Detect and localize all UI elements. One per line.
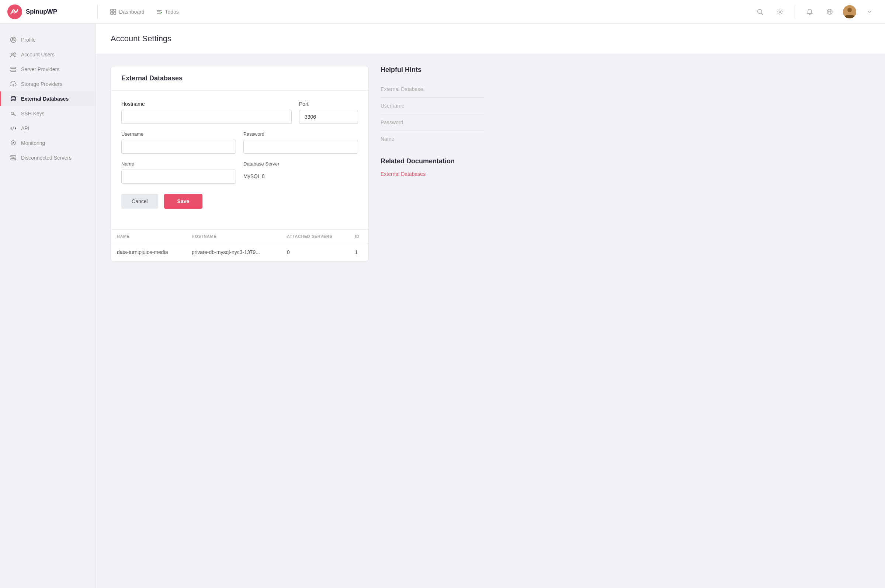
username-input[interactable] xyxy=(122,140,236,154)
db-server-value: MySQL 8 xyxy=(243,170,358,181)
user-circle-icon xyxy=(10,36,16,43)
sidebar-item-disconnected-servers[interactable]: Disconnected Servers xyxy=(0,150,96,165)
sidebar-label-api: API xyxy=(21,125,30,131)
logo-area: SpinupWP xyxy=(0,4,96,19)
db-server-group: Database Server MySQL 8 xyxy=(243,161,358,184)
svg-rect-3 xyxy=(111,12,113,14)
sidebar-item-server-providers[interactable]: Server Providers xyxy=(0,62,96,76)
password-group: Password xyxy=(243,131,358,154)
col-name: NAME xyxy=(111,230,186,243)
sidebar-item-storage-providers[interactable]: Storage Providers xyxy=(0,76,96,92)
nav-divider-left xyxy=(98,4,98,19)
port-input[interactable] xyxy=(299,110,358,124)
col-hostname: HOSTNAME xyxy=(186,230,281,243)
sidebar-item-external-databases[interactable]: External Databases xyxy=(0,92,96,106)
logo-icon xyxy=(8,4,22,19)
page-header: Account Settings xyxy=(96,24,885,54)
related-title: Related Documentation xyxy=(381,158,484,165)
hints-title: Helpful Hints xyxy=(381,66,484,74)
database-icon xyxy=(10,96,16,102)
form-actions: Cancel Save xyxy=(122,194,358,208)
nav-dashboard[interactable]: Dashboard xyxy=(110,9,144,15)
svg-line-26 xyxy=(11,155,16,160)
server-off-icon xyxy=(10,154,16,161)
sidebar-label-storage-providers: Storage Providers xyxy=(21,81,62,87)
svg-rect-4 xyxy=(114,12,116,14)
monitor-icon xyxy=(10,140,16,146)
table-divider: NAME HOSTNAME ATTACHED SERVERS ID data-t… xyxy=(111,229,368,261)
globe-button[interactable] xyxy=(823,5,836,18)
table-body: data-turnipjuice-media private-db-mysql-… xyxy=(111,243,368,261)
cell-id: 1 xyxy=(349,243,368,261)
users-icon xyxy=(10,51,16,58)
logo-text: SpinupWP xyxy=(26,8,57,15)
hints-panel: Helpful Hints External DatabaseUsernameP… xyxy=(381,66,484,177)
hostname-input[interactable] xyxy=(122,110,292,124)
svg-rect-2 xyxy=(114,9,116,11)
notifications-button[interactable] xyxy=(803,5,816,18)
sidebar-label-profile: Profile xyxy=(21,37,36,43)
settings-button[interactable] xyxy=(773,5,786,18)
related-links: External Databases xyxy=(381,171,484,177)
svg-point-7 xyxy=(779,11,781,12)
name-dbserver-row: Name Database Server MySQL 8 xyxy=(122,161,358,184)
nav-divider-mid xyxy=(795,4,795,19)
card-title: External Databases xyxy=(122,75,358,82)
sidebar: Profile Account Users Server Providers S… xyxy=(0,24,96,588)
external-databases-card: External Databases Hostname Port xyxy=(111,66,369,261)
settings-icon xyxy=(776,8,784,15)
cancel-button[interactable]: Cancel xyxy=(122,194,158,208)
svg-point-15 xyxy=(12,53,14,55)
svg-point-21 xyxy=(11,97,15,98)
nav-todos[interactable]: Todos xyxy=(156,9,179,15)
avatar[interactable] xyxy=(843,5,856,18)
cell-name: data-turnipjuice-media xyxy=(111,243,186,261)
avatar-image xyxy=(843,5,856,18)
search-icon xyxy=(757,9,764,15)
top-nav: SpinupWP Dashboard Todos xyxy=(0,0,885,24)
hostname-port-row: Hostname Port xyxy=(122,101,358,124)
search-button[interactable] xyxy=(753,5,766,18)
col-id: ID xyxy=(349,230,368,243)
password-input[interactable] xyxy=(243,140,358,154)
hint-item: Password xyxy=(381,114,484,131)
sidebar-label-monitoring: Monitoring xyxy=(21,140,45,146)
hints-list: External DatabaseUsernamePasswordName xyxy=(381,81,484,147)
sidebar-label-account-users: Account Users xyxy=(21,52,55,57)
layout: Profile Account Users Server Providers S… xyxy=(0,24,885,588)
nav-icons xyxy=(744,4,885,19)
save-button[interactable]: Save xyxy=(164,194,203,208)
api-icon xyxy=(10,125,16,132)
sidebar-label-disconnected-servers: Disconnected Servers xyxy=(21,155,72,161)
name-input[interactable] xyxy=(122,170,236,184)
sidebar-label-server-providers: Server Providers xyxy=(21,66,59,72)
sidebar-item-monitoring[interactable]: Monitoring xyxy=(0,136,96,150)
sidebar-item-profile[interactable]: Profile xyxy=(0,33,96,47)
related-link[interactable]: External Databases xyxy=(381,171,426,177)
table-row: data-turnipjuice-media private-db-mysql-… xyxy=(111,243,368,261)
key-icon xyxy=(10,110,16,117)
svg-line-6 xyxy=(762,13,763,14)
sidebar-item-api[interactable]: API xyxy=(0,121,96,136)
dashboard-icon xyxy=(110,9,116,15)
hint-item: Username xyxy=(381,98,484,114)
bell-icon xyxy=(807,9,813,15)
user-dropdown-button[interactable] xyxy=(863,5,876,18)
hostname-label: Hostname xyxy=(122,101,292,107)
hint-item: Name xyxy=(381,131,484,147)
card-body: Hostname Port Username xyxy=(111,91,368,229)
sidebar-item-ssh-keys[interactable]: SSH Keys xyxy=(0,106,96,121)
port-group: Port xyxy=(299,101,358,124)
servers-icon xyxy=(10,66,16,73)
hostname-group: Hostname xyxy=(122,101,292,124)
name-group: Name xyxy=(122,161,236,184)
sidebar-item-account-users[interactable]: Account Users xyxy=(0,47,96,62)
nav-links: Dashboard Todos xyxy=(99,9,744,15)
svg-point-5 xyxy=(758,9,762,13)
hint-item: External Database xyxy=(381,81,484,98)
name-label: Name xyxy=(122,161,236,166)
cell-hostname: private-db-mysql-nyc3-1379... xyxy=(186,243,281,261)
password-label: Password xyxy=(243,131,358,137)
svg-point-20 xyxy=(15,70,15,71)
page-title: Account Settings xyxy=(111,34,870,44)
